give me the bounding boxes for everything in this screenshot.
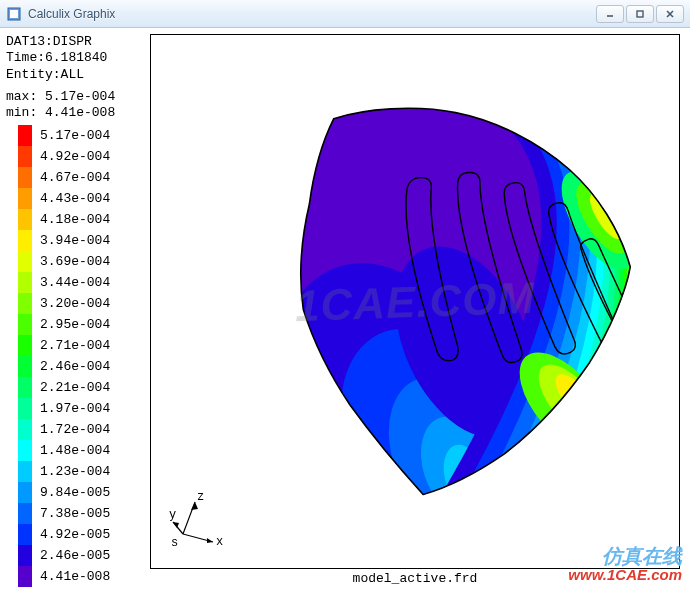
legend-swatch — [18, 230, 32, 251]
model-filename: model_active.frd — [151, 571, 679, 586]
legend-row: 1.97e-004 — [6, 398, 146, 419]
window-titlebar: Calculix Graphix — [0, 0, 690, 28]
legend-row: 9.84e-005 — [6, 482, 146, 503]
legend-swatch — [18, 251, 32, 272]
svg-marker-23 — [173, 522, 179, 528]
content-area: DAT13:DISPR Time:6.181840 Entity:ALL max… — [0, 28, 690, 589]
legend-swatch — [18, 482, 32, 503]
axis-z-label: z — [197, 490, 204, 504]
legend-swatch — [18, 314, 32, 335]
axis-x-label: x — [216, 535, 223, 548]
legend-swatch — [18, 566, 32, 587]
legend-row: 3.44e-004 — [6, 272, 146, 293]
contour-plot — [151, 35, 679, 568]
legend-row: 2.21e-004 — [6, 377, 146, 398]
legend-swatch — [18, 188, 32, 209]
legend-swatch — [18, 209, 32, 230]
legend-swatch — [18, 377, 32, 398]
legend-row: 4.67e-004 — [6, 167, 146, 188]
legend-row: 7.38e-005 — [6, 503, 146, 524]
legend-value: 3.20e-004 — [40, 296, 110, 311]
minimize-button[interactable] — [596, 5, 624, 23]
sidebar: DAT13:DISPR Time:6.181840 Entity:ALL max… — [0, 28, 150, 589]
svg-rect-1 — [10, 10, 18, 18]
close-button[interactable] — [656, 5, 684, 23]
legend-row: 3.94e-004 — [6, 230, 146, 251]
legend-swatch — [18, 167, 32, 188]
legend-value: 2.46e-005 — [40, 548, 110, 563]
axis-triad: x y z s — [169, 488, 229, 548]
legend-value: 3.69e-004 — [40, 254, 110, 269]
legend-swatch — [18, 503, 32, 524]
entity-label: Entity:ALL — [6, 67, 84, 82]
legend-value: 3.94e-004 — [40, 233, 110, 248]
legend-value: 1.97e-004 — [40, 401, 110, 416]
legend-value: 1.72e-004 — [40, 422, 110, 437]
legend-value: 3.44e-004 — [40, 275, 110, 290]
legend-swatch — [18, 461, 32, 482]
legend-swatch — [18, 146, 32, 167]
window-title: Calculix Graphix — [28, 7, 115, 21]
legend-value: 9.84e-005 — [40, 485, 110, 500]
legend-value: 1.23e-004 — [40, 464, 110, 479]
legend-swatch — [18, 524, 32, 545]
legend-value: 4.41e-008 — [40, 569, 110, 584]
maximize-button[interactable] — [626, 5, 654, 23]
min-label: min: 4.41e-008 — [6, 105, 115, 120]
legend-swatch — [18, 356, 32, 377]
legend-value: 2.21e-004 — [40, 380, 110, 395]
legend-value: 4.67e-004 — [40, 170, 110, 185]
legend-value: 1.48e-004 — [40, 443, 110, 458]
legend-row: 4.92e-004 — [6, 146, 146, 167]
color-legend: 5.17e-0044.92e-0044.67e-0044.43e-0044.18… — [6, 125, 146, 587]
legend-row: 2.46e-005 — [6, 545, 146, 566]
range-info: max: 5.17e-004 min: 4.41e-008 — [6, 89, 146, 122]
legend-value: 4.92e-004 — [40, 149, 110, 164]
legend-value: 2.95e-004 — [40, 317, 110, 332]
legend-value: 4.18e-004 — [40, 212, 110, 227]
legend-row: 1.23e-004 — [6, 461, 146, 482]
axis-s-label: s — [171, 536, 178, 548]
legend-row: 4.43e-004 — [6, 188, 146, 209]
legend-value: 2.71e-004 — [40, 338, 110, 353]
legend-swatch — [18, 125, 32, 146]
legend-swatch — [18, 419, 32, 440]
legend-row: 1.72e-004 — [6, 419, 146, 440]
legend-value: 4.92e-005 — [40, 527, 110, 542]
legend-value: 2.46e-004 — [40, 359, 110, 374]
svg-rect-3 — [637, 11, 643, 17]
legend-swatch — [18, 293, 32, 314]
legend-row: 2.46e-004 — [6, 356, 146, 377]
viewport[interactable]: x y z s 1CAE.COM model_active.frd — [150, 34, 680, 569]
dataset-info: DAT13:DISPR Time:6.181840 Entity:ALL — [6, 34, 146, 83]
legend-row: 4.41e-008 — [6, 566, 146, 587]
app-icon — [6, 6, 22, 22]
legend-swatch — [18, 398, 32, 419]
legend-row: 5.17e-004 — [6, 125, 146, 146]
axis-y-label: y — [169, 508, 176, 522]
legend-value: 7.38e-005 — [40, 506, 110, 521]
legend-row: 1.48e-004 — [6, 440, 146, 461]
legend-row: 2.95e-004 — [6, 314, 146, 335]
legend-row: 3.69e-004 — [6, 251, 146, 272]
legend-swatch — [18, 335, 32, 356]
time-label: Time:6.181840 — [6, 50, 107, 65]
legend-value: 4.43e-004 — [40, 191, 110, 206]
legend-value: 5.17e-004 — [40, 128, 110, 143]
legend-row: 4.92e-005 — [6, 524, 146, 545]
legend-row: 2.71e-004 — [6, 335, 146, 356]
legend-swatch — [18, 545, 32, 566]
window-controls — [596, 5, 684, 23]
max-label: max: 5.17e-004 — [6, 89, 115, 104]
legend-swatch — [18, 440, 32, 461]
legend-swatch — [18, 272, 32, 293]
dataset-label: DAT13:DISPR — [6, 34, 92, 49]
legend-row: 3.20e-004 — [6, 293, 146, 314]
legend-row: 4.18e-004 — [6, 209, 146, 230]
